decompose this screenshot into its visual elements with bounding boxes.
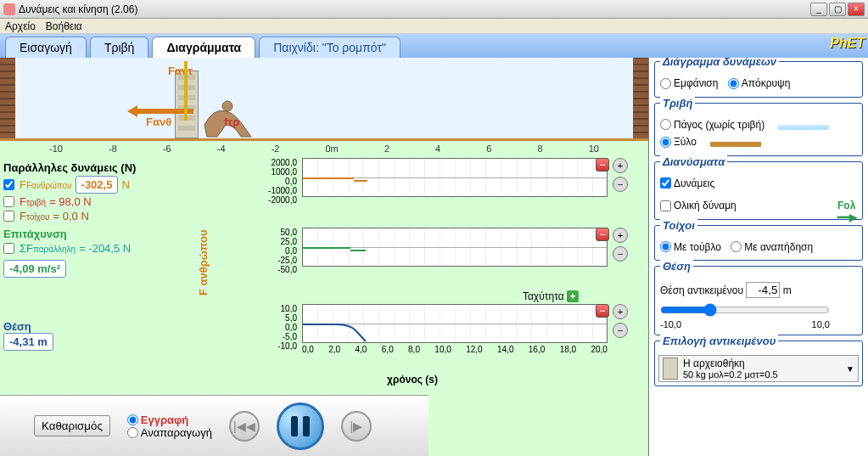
right-wall bbox=[633, 58, 648, 138]
checkbox-total-force[interactable]: Ολική δύναμη bbox=[660, 200, 736, 211]
add-velocity-plot[interactable]: + bbox=[567, 290, 579, 302]
stage: Fαντ Fανθ fτρ bbox=[0, 58, 648, 141]
velocity-add-label: Ταχύτητα + bbox=[523, 290, 579, 302]
ice-swatch bbox=[778, 125, 829, 130]
rewind-button[interactable]: |◀◀ bbox=[229, 411, 260, 442]
checkbox-fwall[interactable] bbox=[3, 211, 14, 222]
vertical-force-label: F ανθρώπου bbox=[197, 229, 210, 296]
force-plot-close[interactable]: − bbox=[596, 158, 609, 172]
maximize-button[interactable]: ▢ bbox=[829, 3, 846, 16]
object-desc: 50 kg μολ=0.2 μστ=0.5 bbox=[683, 369, 778, 380]
friction-group: Τριβή Πάγος (χωρίς τριβή) Ξύλο bbox=[654, 103, 863, 156]
parallel-forces-header: Παράλληλες δυνάμεις (N) bbox=[3, 161, 190, 174]
position-header: Θέση bbox=[3, 320, 190, 333]
position-plot-zoom-in[interactable]: + bbox=[613, 304, 628, 319]
position-plot: Ταχύτητα + 10,05,00,0-5,0-10,0 − + − 0,0… bbox=[217, 304, 608, 357]
force-diagram-group: Διάγραμμα δυνάμεων Εμφάνιση Απόκρυψη bbox=[654, 61, 863, 98]
checkbox-sigmaf[interactable] bbox=[3, 243, 14, 254]
radio-bounce-walls[interactable]: Με αναπήδηση bbox=[731, 241, 813, 253]
force-plot: 2000,01000,00,0-1000,0-2000,0 − + − bbox=[217, 158, 608, 211]
cabinet-icon bbox=[663, 357, 678, 380]
java-icon bbox=[3, 3, 15, 15]
menu-bar: Αρχείο Βοήθεια bbox=[0, 19, 868, 34]
object-name: Η αρχειοθήκη bbox=[683, 357, 778, 369]
force-label-fanth: Fανθ bbox=[146, 115, 171, 128]
value-fwall: = 0,0 N bbox=[53, 210, 89, 222]
accel-header: Επιτάχυνση bbox=[3, 228, 190, 240]
force-label-favt: Fαντ bbox=[168, 65, 193, 77]
position-slider[interactable] bbox=[660, 303, 830, 317]
accel-plot: 50,025,00,0-25,0-50,0 − + − bbox=[217, 228, 608, 275]
value-ffriction: = 98,0 N bbox=[49, 195, 92, 208]
vertical-force-arrow bbox=[183, 61, 188, 121]
clear-button[interactable]: Καθαρισμός bbox=[34, 415, 110, 436]
accel-plot-zoom-in[interactable]: + bbox=[613, 228, 628, 243]
menu-file[interactable]: Αρχείο bbox=[5, 20, 36, 32]
controls-panel: Διάγραμμα δυνάμεων Εμφάνιση Απόκρυψη Τρι… bbox=[648, 58, 868, 456]
title-bar: Δυνάμεις και κίνηση (2.06) _ ▢ × bbox=[0, 0, 868, 19]
checkbox-forces[interactable]: Δυνάμεις bbox=[660, 177, 714, 189]
tab-game[interactable]: Παιχνίδι: "Το ρομπότ" bbox=[259, 37, 400, 58]
force-label-ftr: fτρ bbox=[224, 115, 239, 128]
value-fanth[interactable]: -302,5 bbox=[76, 176, 119, 194]
force-plot-canvas[interactable] bbox=[302, 158, 608, 197]
position-plot-zoom-out[interactable]: − bbox=[613, 323, 628, 338]
value-sigmaf: = -204,5 N bbox=[79, 242, 131, 255]
vectors-group: Διανύσματα Δυνάμεις Ολική δύναμη Fολ━━▶ bbox=[654, 161, 863, 220]
position-value: -4,31 m bbox=[3, 333, 53, 351]
tab-friction[interactable]: Τριβή bbox=[90, 37, 148, 58]
radio-brick-walls[interactable]: Με τούβλο bbox=[660, 241, 721, 253]
label-sigmaf: ΣFπαράλληλη bbox=[20, 242, 76, 255]
accel-plot-zoom-out[interactable]: − bbox=[613, 246, 628, 262]
phet-logo: PhET bbox=[830, 36, 865, 51]
accel-value: -4,09 m/s² bbox=[3, 260, 66, 278]
position-input-label: Θέση αντικειμένου bbox=[660, 284, 743, 296]
radio-show-diagram[interactable]: Εμφάνιση bbox=[660, 77, 718, 89]
window-title: Δυνάμεις και κίνηση (2.06) bbox=[19, 3, 809, 15]
position-plot-canvas[interactable] bbox=[302, 304, 608, 343]
force-plot-zoom-in[interactable]: + bbox=[613, 158, 628, 173]
x-axis-label: χρόνος (s) bbox=[217, 374, 608, 386]
play-pause-button[interactable] bbox=[277, 403, 324, 450]
radio-wood[interactable]: Ξύλο bbox=[660, 136, 697, 148]
walls-group: Τοίχοι Με τούβλο Με αναπήδηση bbox=[654, 225, 863, 262]
radio-record[interactable] bbox=[127, 414, 138, 425]
playback-bar: Καθαρισμός Εγγραφή Αναπαραγωγή |◀◀ |▶ bbox=[0, 395, 428, 456]
accel-plot-canvas[interactable] bbox=[302, 228, 608, 267]
label-record: Εγγραφή bbox=[141, 414, 188, 426]
svg-rect-2 bbox=[184, 61, 188, 121]
close-button[interactable]: × bbox=[848, 3, 865, 16]
label-fwall: Fτοίχου bbox=[20, 210, 50, 222]
checkbox-ffriction[interactable] bbox=[3, 196, 14, 207]
force-plot-zoom-out[interactable]: − bbox=[613, 177, 628, 192]
left-wall bbox=[0, 58, 15, 138]
tab-intro[interactable]: Εισαγωγή bbox=[5, 37, 87, 58]
label-fanth: FFανθρώπου bbox=[20, 178, 72, 191]
radio-hide-diagram[interactable]: Απόκρυψη bbox=[728, 77, 791, 89]
menu-help[interactable]: Βοήθεια bbox=[46, 20, 82, 32]
checkbox-fanth[interactable] bbox=[3, 179, 14, 190]
object-select-group: Επιλογή αντικειμένου Η αρχειοθήκη 50 kg … bbox=[654, 341, 863, 386]
accel-plot-close[interactable]: − bbox=[596, 228, 609, 241]
minimize-button[interactable]: _ bbox=[810, 3, 827, 16]
readout-panel: Παράλληλες δυνάμεις (N) FFανθρώπου -302,… bbox=[3, 156, 190, 351]
wood-swatch bbox=[710, 142, 761, 147]
position-ruler: -10-8-6-4-20m246810 bbox=[0, 141, 648, 156]
plots-area: 2000,01000,00,0-1000,0-2000,0 − + − 50,0… bbox=[217, 158, 608, 386]
label-playback: Αναπαραγωγή bbox=[141, 426, 212, 439]
object-dropdown[interactable]: Η αρχειοθήκη 50 kg μολ=0.2 μστ=0.5 ▼ bbox=[658, 355, 859, 382]
svg-point-0 bbox=[222, 101, 232, 111]
fol-indicator: Fολ━━▶ bbox=[837, 200, 857, 223]
label-ffriction: Fτριβή bbox=[20, 195, 46, 208]
position-plot-close[interactable]: − bbox=[596, 304, 609, 318]
step-button[interactable]: |▶ bbox=[341, 411, 372, 442]
tabs-bar: Εισαγωγή Τριβή Διαγράμματα Παιχνίδι: "Το… bbox=[0, 34, 868, 58]
radio-ice[interactable]: Πάγος (χωρίς τριβή) bbox=[660, 119, 764, 131]
position-input[interactable] bbox=[746, 282, 780, 298]
tab-charts[interactable]: Διαγράμματα bbox=[152, 37, 255, 58]
position-group: Θέση Θέση αντικειμένου m -10,010,0 bbox=[654, 266, 863, 335]
radio-playback[interactable] bbox=[127, 427, 138, 438]
chevron-down-icon: ▼ bbox=[846, 364, 854, 374]
